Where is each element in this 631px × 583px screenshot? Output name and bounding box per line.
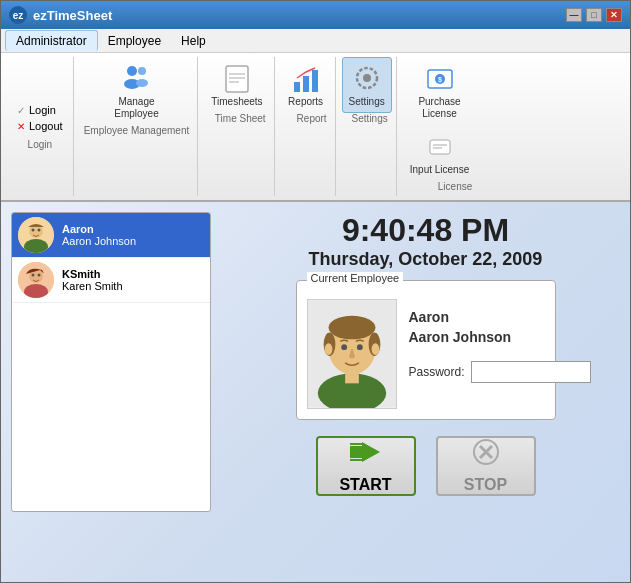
clock-display: 9:40:48 PM Thursday, October 22, 2009 (309, 212, 543, 270)
app-window: ez ezTimeSheet — □ ✕ Administrator Emplo… (0, 0, 631, 583)
employee-info-aaron: Aaron Aaron Johnson (62, 223, 136, 247)
employee-username-karen: KSmith (62, 268, 123, 280)
maximize-button[interactable]: □ (586, 8, 602, 22)
timesheets-label: Timesheets (211, 96, 262, 108)
svg-text:$: $ (438, 76, 442, 84)
current-employee-panel: Current Employee (296, 280, 556, 420)
stop-button[interactable]: STOP (436, 436, 536, 496)
start-label: START (339, 476, 391, 494)
manage-employee-icon (120, 62, 152, 94)
close-button[interactable]: ✕ (606, 8, 622, 22)
svg-point-0 (127, 66, 137, 76)
license-section-label: License (434, 181, 476, 196)
svg-point-36 (341, 344, 347, 350)
employee-fullname-karen: Karen Smith (62, 280, 123, 292)
start-icon (348, 438, 384, 472)
center-area: 9:40:48 PM Thursday, October 22, 2009 Cu… (221, 202, 630, 582)
app-icon: ez (9, 6, 27, 24)
action-buttons: START STOP (316, 436, 536, 496)
svg-marker-41 (362, 442, 380, 462)
settings-section-label: Settings (348, 113, 392, 128)
panel-title: Current Employee (307, 272, 404, 284)
stop-label: STOP (464, 476, 507, 494)
svg-rect-4 (226, 66, 248, 92)
menu-employee[interactable]: Employee (98, 31, 171, 51)
login-button[interactable]: ✓ Login (15, 103, 65, 117)
main-content: Aaron Aaron Johnson (1, 202, 630, 582)
report-section-label: Report (293, 113, 331, 128)
employee-username-aaron: Aaron (62, 223, 136, 235)
manage-employee-button[interactable]: ManageEmployee (107, 57, 165, 125)
timesheet-section-label: Time Sheet (211, 113, 270, 128)
reports-button[interactable]: Reports (281, 57, 331, 113)
title-bar: ez ezTimeSheet — □ ✕ (1, 1, 630, 29)
employee-fullname-aaron: Aaron Johnson (62, 235, 136, 247)
employee-detail: Aaron Aaron Johnson Password: (307, 291, 545, 409)
title-bar-controls: — □ ✕ (566, 8, 622, 22)
svg-point-33 (328, 316, 375, 339)
svg-rect-16 (430, 140, 450, 154)
detail-first-name: Aaron (409, 309, 591, 325)
stop-icon (472, 438, 500, 472)
license-group: $ PurchaseLicense Input License (399, 57, 481, 196)
password-input[interactable] (471, 361, 591, 383)
clock-date: Thursday, October 22, 2009 (309, 249, 543, 270)
clock-time: 9:40:48 PM (309, 212, 543, 249)
svg-point-38 (324, 343, 332, 355)
settings-icon (351, 62, 383, 94)
timesheet-group: Timesheets Time Sheet (200, 57, 274, 196)
input-license-label: Input License (410, 164, 470, 176)
timesheets-button[interactable]: Timesheets (204, 57, 269, 113)
employee-list: Aaron Aaron Johnson (11, 212, 211, 512)
settings-group: Settings Settings (338, 57, 397, 196)
employee-item-aaron[interactable]: Aaron Aaron Johnson (12, 213, 210, 258)
sidebar: Aaron Aaron Johnson (1, 202, 221, 582)
employee-avatar-aaron (18, 217, 54, 253)
reports-label: Reports (288, 96, 323, 108)
svg-rect-9 (303, 76, 309, 92)
svg-point-22 (32, 229, 35, 232)
svg-rect-40 (350, 446, 362, 458)
window-title: ezTimeSheet (33, 8, 112, 23)
toolbar: ✓ Login ✕ Logout Login (1, 53, 630, 202)
svg-point-11 (363, 74, 371, 82)
menu-help[interactable]: Help (171, 31, 216, 51)
input-license-icon (424, 130, 456, 162)
employee-management-label: Employee Management (80, 125, 194, 140)
svg-point-2 (138, 67, 146, 75)
svg-point-3 (136, 79, 148, 87)
menu-administrator[interactable]: Administrator (5, 30, 98, 51)
purchase-license-label: PurchaseLicense (418, 96, 460, 120)
password-label: Password: (409, 365, 465, 379)
svg-point-28 (38, 274, 41, 277)
start-button[interactable]: START (316, 436, 416, 496)
svg-point-39 (371, 343, 379, 355)
report-group: Reports Report (277, 57, 336, 196)
detail-avatar (307, 299, 397, 409)
manage-employee-label: ManageEmployee (114, 96, 158, 120)
svg-point-27 (32, 274, 35, 277)
purchase-license-icon: $ (424, 62, 456, 94)
login-group: ✓ Login ✕ Logout Login (7, 57, 74, 196)
reports-icon (290, 62, 322, 94)
svg-point-23 (38, 229, 41, 232)
password-row: Password: (409, 361, 591, 383)
employee-avatar-karen (18, 262, 54, 298)
timesheets-icon (221, 62, 253, 94)
input-license-button[interactable]: Input License (403, 125, 477, 181)
logout-button[interactable]: ✕ Logout (15, 119, 65, 133)
settings-label: Settings (349, 96, 385, 108)
detail-last-name: Aaron Johnson (409, 329, 591, 345)
purchase-license-button[interactable]: $ PurchaseLicense (411, 57, 467, 125)
svg-rect-8 (294, 82, 300, 92)
settings-button[interactable]: Settings (342, 57, 392, 113)
minimize-button[interactable]: — (566, 8, 582, 22)
svg-point-37 (356, 344, 362, 350)
employee-info-karen: KSmith Karen Smith (62, 268, 123, 292)
title-bar-left: ez ezTimeSheet (9, 6, 112, 24)
svg-rect-10 (312, 70, 318, 92)
employee-item-karen[interactable]: KSmith Karen Smith (12, 258, 210, 303)
menu-bar: Administrator Employee Help (1, 29, 630, 53)
employee-management-group: ManageEmployee Employee Management (76, 57, 199, 196)
login-group-label: Login (15, 139, 65, 150)
